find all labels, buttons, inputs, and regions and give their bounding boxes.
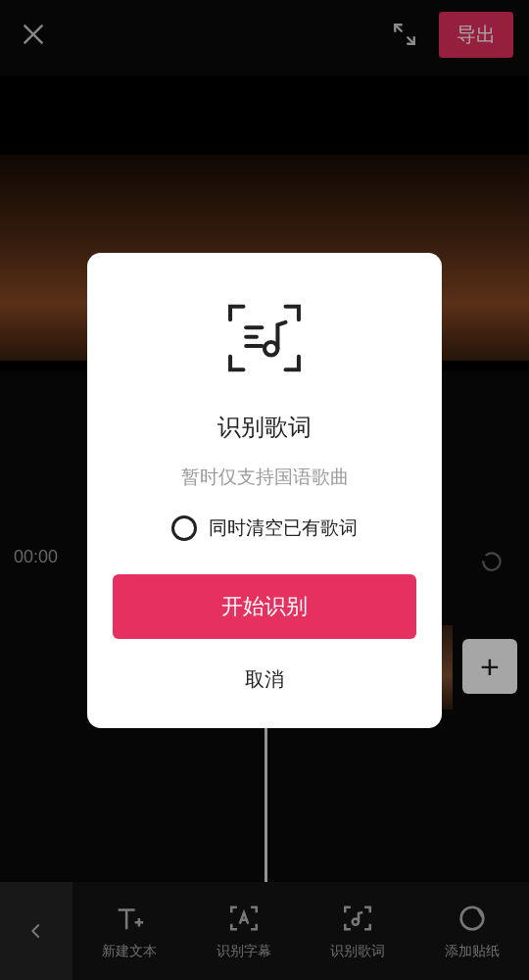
radio-circle-icon xyxy=(171,515,197,541)
dialog-subtitle: 暂时仅支持国语歌曲 xyxy=(181,465,349,490)
clear-existing-checkbox[interactable]: 同时清空已有歌词 xyxy=(171,515,358,541)
cancel-button[interactable]: 取消 xyxy=(225,661,304,699)
modal-backdrop[interactable]: 识别歌词 暂时仅支持国语歌曲 同时清空已有歌词 开始识别 取消 xyxy=(0,0,529,980)
recognize-lyrics-dialog: 识别歌词 暂时仅支持国语歌曲 同时清空已有歌词 开始识别 取消 xyxy=(87,253,442,728)
checkbox-label: 同时清空已有歌词 xyxy=(209,515,358,541)
dialog-title: 识别歌词 xyxy=(217,412,312,443)
start-recognize-button[interactable]: 开始识别 xyxy=(113,574,416,639)
lyrics-scan-icon xyxy=(222,296,307,384)
